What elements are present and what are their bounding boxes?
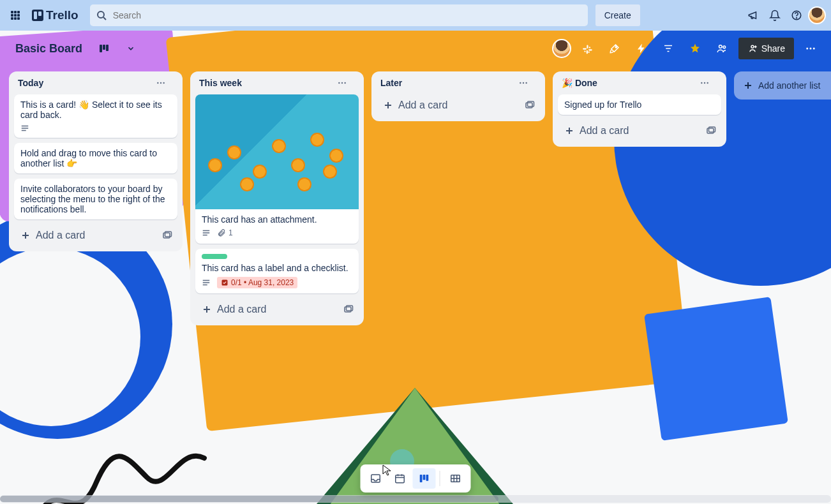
view-calendar-icon[interactable] [389, 468, 412, 489]
svg-point-56 [523, 82, 524, 84]
filter-icon[interactable] [658, 38, 678, 59]
list-menu-icon[interactable] [518, 78, 536, 88]
add-list-button[interactable]: Add another list [734, 71, 831, 100]
svg-point-29 [810, 48, 812, 50]
card-text: This card has an attachment. [202, 214, 352, 225]
card[interactable]: This card has a label and a checklist. 0… [195, 249, 359, 293]
card-template-icon[interactable] [160, 228, 175, 243]
chevron-down-icon[interactable] [121, 38, 141, 59]
card[interactable]: This card has an attachment. 1 [195, 94, 359, 244]
cursor-icon [382, 464, 391, 476]
card-cover-image [195, 94, 359, 209]
add-card-button[interactable]: Add a card [560, 122, 703, 139]
megaphone-icon[interactable] [743, 5, 763, 26]
svg-point-19 [615, 47, 617, 48]
svg-point-41 [338, 82, 340, 84]
search-bar[interactable] [90, 4, 588, 26]
card-text: Invite collaborators to your board by se… [20, 184, 171, 214]
svg-point-12 [98, 11, 104, 18]
list-title[interactable]: Today [18, 78, 43, 88]
card-template-icon[interactable] [522, 98, 537, 113]
attachment-badge: 1 [217, 228, 233, 237]
list-done: 🎉 Done Signed up for Trello Add a card [553, 71, 726, 147]
slack-icon[interactable] [578, 38, 598, 59]
svg-point-15 [797, 18, 797, 19]
add-card-label: Add a card [580, 125, 629, 137]
list-title[interactable]: This week [199, 78, 242, 88]
bolt-icon[interactable] [631, 38, 652, 59]
svg-point-64 [707, 82, 708, 84]
svg-point-43 [344, 82, 345, 84]
user-avatar[interactable] [808, 6, 826, 24]
svg-rect-16 [100, 45, 102, 52]
horizontal-scrollbar[interactable] [0, 495, 831, 503]
list-title[interactable]: 🎉 Done [562, 78, 597, 88]
card-template-icon[interactable] [341, 302, 356, 317]
board-header: Basic Board Share [0, 31, 831, 66]
description-icon [20, 124, 29, 133]
card-text: Signed up for Trello [564, 100, 715, 110]
svg-rect-61 [528, 101, 534, 107]
list-menu-icon[interactable] [337, 78, 355, 88]
add-card-button[interactable]: Add a card [17, 227, 160, 244]
svg-point-42 [341, 82, 343, 84]
rocket-icon[interactable] [604, 38, 625, 59]
list-title[interactable]: Later [380, 78, 402, 88]
svg-point-28 [806, 48, 808, 50]
board-menu-icon[interactable] [800, 38, 821, 59]
card[interactable]: Signed up for Trello [558, 94, 721, 115]
star-icon[interactable] [685, 38, 705, 59]
top-navbar: Trello Create [0, 0, 831, 31]
svg-rect-68 [709, 127, 715, 132]
svg-point-23 [719, 45, 722, 48]
help-icon[interactable] [786, 5, 807, 26]
list-today: Today This is a card! 👋 Select it to see… [9, 71, 183, 251]
svg-rect-76 [420, 475, 423, 482]
list-menu-icon[interactable] [156, 78, 174, 88]
svg-rect-78 [426, 475, 429, 481]
add-card-button[interactable]: Add a card [198, 301, 341, 318]
card[interactable]: Invite collaborators to your board by se… [14, 179, 177, 219]
add-card-label: Add a card [217, 304, 266, 315]
view-board-icon[interactable] [413, 468, 436, 489]
board-name[interactable]: Basic Board [10, 40, 87, 58]
card-template-icon[interactable] [703, 123, 719, 138]
card-label[interactable] [202, 254, 227, 259]
svg-point-57 [525, 82, 527, 84]
svg-rect-77 [423, 475, 426, 480]
share-button[interactable]: Share [738, 38, 794, 59]
board-member-avatar[interactable] [552, 39, 571, 58]
card[interactable]: This is a card! 👋 Select it to see its c… [14, 94, 177, 138]
svg-rect-1 [14, 11, 17, 13]
svg-rect-3 [11, 14, 13, 17]
members-icon[interactable] [712, 38, 732, 59]
due-date-badge[interactable]: 0/1 • Aug 31, 2023 [217, 277, 297, 288]
svg-rect-0 [11, 11, 13, 13]
search-input[interactable] [90, 4, 588, 26]
add-card-label: Add a card [36, 230, 85, 241]
svg-point-30 [813, 48, 815, 50]
view-table-icon[interactable] [444, 468, 467, 489]
scrollbar-thumb[interactable] [0, 496, 498, 502]
add-card-button[interactable]: Add a card [379, 97, 522, 114]
board-view-icon[interactable] [94, 38, 114, 59]
svg-rect-5 [17, 14, 20, 17]
apps-icon[interactable] [5, 5, 26, 26]
svg-rect-4 [14, 14, 17, 17]
svg-point-31 [157, 82, 158, 84]
svg-rect-8 [17, 17, 20, 20]
list-menu-icon[interactable] [700, 78, 717, 88]
board-canvas: Today This is a card! 👋 Select it to see… [0, 66, 831, 504]
svg-rect-6 [11, 17, 13, 20]
svg-rect-11 [38, 11, 41, 16]
svg-point-33 [163, 82, 164, 84]
notifications-icon[interactable] [765, 5, 785, 26]
svg-point-24 [723, 46, 726, 48]
trello-logo[interactable]: Trello [28, 8, 82, 22]
card[interactable]: Hold and drag to move this card to anoth… [14, 143, 177, 174]
description-icon [202, 278, 211, 287]
svg-rect-7 [14, 17, 17, 20]
svg-rect-17 [103, 45, 105, 50]
svg-rect-10 [34, 11, 37, 19]
create-button[interactable]: Create [595, 4, 640, 26]
